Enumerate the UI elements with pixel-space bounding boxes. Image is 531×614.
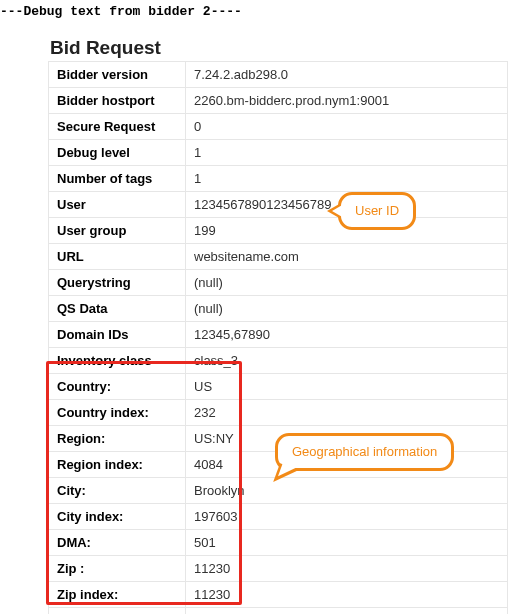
row-label: City index: [49,504,186,530]
row-label: Zip index: [49,582,186,608]
row-label: Domain IDs [49,322,186,348]
table-row: Number of tags 1 [49,166,508,192]
row-value: websitename.com [186,244,508,270]
row-label: Number of tags [49,166,186,192]
row-label: Querystring [49,270,186,296]
row-label: Timezone [49,608,186,615]
row-label: User [49,192,186,218]
row-value: 197603 [186,504,508,530]
callout-label: Geographical information [292,444,437,459]
row-value: 1 [186,140,508,166]
row-value: (null) [186,270,508,296]
row-value: US [186,374,508,400]
table-row: QS Data (null) [49,296,508,322]
table-row: Domain IDs 12345,67890 [49,322,508,348]
row-value: 1 [186,166,508,192]
row-label: User group [49,218,186,244]
row-value: America/New_York [186,608,508,615]
row-label: Country index: [49,400,186,426]
table-row: Timezone America/New_York [49,608,508,615]
table-row: Debug level 1 [49,140,508,166]
row-label: Region: [49,426,186,452]
geo-info-callout: Geographical information [275,433,454,471]
page-root: ---Debug text from bidder 2---- Bid Requ… [0,0,531,614]
row-value: (null) [186,296,508,322]
row-label: Debug level [49,140,186,166]
row-value: 0 [186,114,508,140]
row-value: 7.24.2.adb298.0 [186,62,508,88]
row-value: Brooklyn [186,478,508,504]
bid-request-title: Bid Request [50,37,508,59]
row-label: Country: [49,374,186,400]
bid-request-table: Bidder version 7.24.2.adb298.0 Bidder ho… [48,61,508,614]
row-label: Bidder version [49,62,186,88]
row-value: 11230 [186,556,508,582]
table-row: Zip : 11230 [49,556,508,582]
row-label: URL [49,244,186,270]
row-label: DMA: [49,530,186,556]
row-label: City: [49,478,186,504]
row-value: 501 [186,530,508,556]
row-label: Inventory class [49,348,186,374]
row-label: Secure Request [49,114,186,140]
table-row: URL websitename.com [49,244,508,270]
table-row: Secure Request 0 [49,114,508,140]
row-label: QS Data [49,296,186,322]
row-value: class_3 [186,348,508,374]
bid-request-block: Bid Request Bidder version 7.24.2.adb298… [48,37,508,614]
table-row: User group 199 [49,218,508,244]
table-row: Country index: 232 [49,400,508,426]
table-row: User 1234567890123456789 [49,192,508,218]
table-row: Bidder version 7.24.2.adb298.0 [49,62,508,88]
table-row: Zip index: 11230 [49,582,508,608]
table-row: Inventory class class_3 [49,348,508,374]
row-label: Bidder hostport [49,88,186,114]
table-row: Bidder hostport 2260.bm-bidderc.prod.nym… [49,88,508,114]
row-value: 12345,67890 [186,322,508,348]
table-row: Querystring (null) [49,270,508,296]
row-label: Region index: [49,452,186,478]
table-row: City index: 197603 [49,504,508,530]
callout-tail-icon [332,204,344,218]
table-row: Country: US [49,374,508,400]
table-row: DMA: 501 [49,530,508,556]
user-id-callout: User ID [338,192,416,230]
row-value: 2260.bm-bidderc.prod.nym1:9001 [186,88,508,114]
callout-label: User ID [355,203,399,218]
row-value: 232 [186,400,508,426]
row-label: Zip : [49,556,186,582]
row-value: 11230 [186,582,508,608]
debug-header-line: ---Debug text from bidder 2---- [0,0,531,19]
